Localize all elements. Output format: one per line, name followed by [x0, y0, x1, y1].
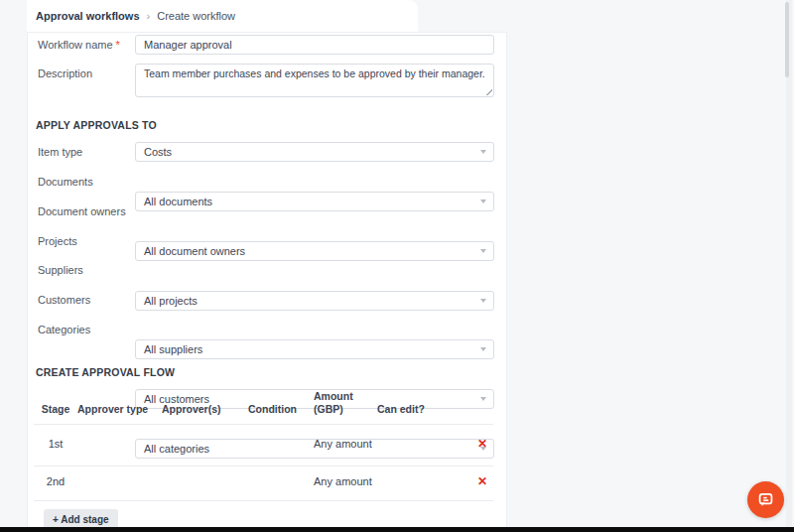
breadcrumb-create-workflow: Create workflow — [157, 10, 235, 22]
categories-label: Categories — [38, 320, 90, 339]
table-divider — [34, 424, 493, 425]
vertical-scrollbar[interactable] — [786, 0, 792, 527]
delete-stage-icon[interactable]: ✕ — [473, 470, 491, 492]
scrollbar-thumb[interactable] — [785, 2, 789, 77]
amount-cell: Any amount — [314, 470, 372, 492]
projects-label: Projects — [38, 231, 77, 251]
workflow-name-label: Workflow name * — [38, 35, 120, 55]
add-stage-button[interactable]: + Add stage — [44, 509, 118, 529]
item-type-select[interactable]: Costs — [135, 142, 494, 162]
customers-label: Customers — [38, 290, 90, 310]
breadcrumb: Approval workflows › Create workflow — [27, 0, 418, 32]
chevron-down-icon — [480, 347, 486, 351]
table-divider — [34, 466, 493, 466]
suppliers-label: Suppliers — [38, 260, 83, 280]
column-header-condition: Condition — [248, 394, 297, 416]
table-divider — [34, 500, 493, 501]
create-approval-flow-section-title: CREATE APPROVAL FLOW — [36, 366, 175, 378]
chevron-down-icon — [480, 150, 486, 154]
column-header-stage: Stage — [38, 394, 73, 416]
chevron-down-icon — [480, 200, 486, 203]
chevron-down-icon — [480, 249, 486, 253]
column-header-approver-type: Approver type — [77, 394, 148, 416]
chevron-right-icon: › — [147, 10, 151, 22]
workflow-name-input[interactable] — [135, 35, 494, 55]
document-owners-label: Document owners — [38, 201, 126, 221]
document-owners-select[interactable]: All document owners — [135, 241, 494, 261]
documents-select[interactable]: All documents — [135, 192, 494, 211]
apply-approvals-section-title: APPLY APPROVALS TO — [36, 119, 157, 131]
documents-label: Documents — [38, 172, 93, 192]
chevron-down-icon — [480, 397, 486, 401]
required-asterisk: * — [116, 39, 120, 51]
window-bottom-edge — [0, 527, 794, 532]
amount-cell: Any amount — [314, 433, 372, 455]
column-header-approvers: Approver(s) — [162, 394, 221, 416]
description-label: Description — [38, 64, 92, 83]
chat-bubble-icon — [756, 490, 775, 509]
resize-handle-icon[interactable] — [484, 87, 492, 95]
column-header-amount: Amount (GBP) — [314, 394, 363, 416]
item-type-label: Item type — [38, 142, 82, 162]
column-header-can-edit: Can edit? — [377, 394, 425, 416]
projects-select[interactable]: All projects — [135, 291, 494, 311]
create-workflow-form: Workflow name * Description Team member … — [27, 32, 507, 527]
chevron-down-icon — [480, 299, 486, 303]
breadcrumb-approval-workflows[interactable]: Approval workflows — [36, 10, 140, 22]
delete-stage-icon[interactable]: ✕ — [473, 433, 491, 455]
stage-cell: 1st — [38, 433, 73, 455]
suppliers-select[interactable]: All suppliers — [135, 339, 494, 359]
description-textarea[interactable]: Team member purchases and expenses to be… — [135, 64, 494, 97]
chat-launcher-button[interactable] — [747, 481, 784, 518]
stage-cell: 2nd — [38, 470, 73, 492]
